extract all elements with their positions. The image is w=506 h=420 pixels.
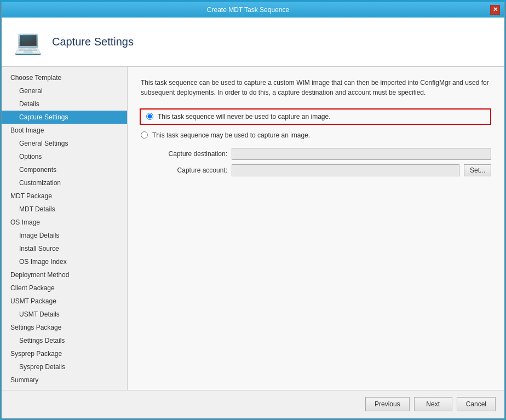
sidebar-item-summary[interactable]: Summary <box>2 373 127 387</box>
close-button[interactable]: ✕ <box>490 5 500 15</box>
sidebar-item-image-details[interactable]: Image Details <box>2 229 127 242</box>
capture-account-label: Capture account: <box>156 166 227 174</box>
radio-never-label: This task sequence will never be used to… <box>158 113 331 120</box>
sidebar-item-capture-settings[interactable]: Capture Settings <box>2 111 127 124</box>
capture-destination-row: Capture destination: <box>156 148 491 160</box>
sidebar-item-os-image-index[interactable]: OS Image Index <box>2 255 127 268</box>
previous-button[interactable]: Previous <box>365 397 410 411</box>
set-button[interactable]: Set... <box>464 164 491 176</box>
sidebar-item-sysprep-package[interactable]: Sysprep Package <box>2 347 127 360</box>
sidebar: Choose TemplateGeneralDetailsCapture Set… <box>2 67 128 390</box>
capture-fields: Capture destination: Capture account: Se… <box>141 148 491 176</box>
sidebar-item-choose-template[interactable]: Choose Template <box>2 71 127 84</box>
footer: Previous Next Cancel <box>2 390 504 418</box>
sidebar-item-settings-package[interactable]: Settings Package <box>2 321 127 334</box>
radio-option-may[interactable]: This task sequence may be used to captur… <box>141 131 491 139</box>
radio-never-input[interactable] <box>146 113 153 120</box>
sidebar-item-customization[interactable]: Customization <box>2 176 127 189</box>
sidebar-item-options[interactable]: Options <box>2 150 127 163</box>
capture-destination-label: Capture destination: <box>156 150 227 158</box>
sidebar-item-usmt-details[interactable]: USMT Details <box>2 308 127 321</box>
sidebar-item-boot-image[interactable]: Boot Image <box>2 124 127 137</box>
sidebar-item-general[interactable]: General <box>2 84 127 97</box>
main-window: Create MDT Task Sequence ✕ 💻 Capture Set… <box>1 2 505 419</box>
sidebar-item-client-package[interactable]: Client Package <box>2 281 127 295</box>
page-title: Capture Settings <box>52 36 134 48</box>
radio-may-input[interactable] <box>141 131 148 139</box>
content-area: Choose TemplateGeneralDetailsCapture Set… <box>2 67 504 390</box>
sidebar-item-settings-details[interactable]: Settings Details <box>2 334 127 347</box>
sidebar-item-mdt-package[interactable]: MDT Package <box>2 189 127 203</box>
main-panel: This task sequence can be used to captur… <box>128 67 504 390</box>
cancel-button[interactable]: Cancel <box>457 397 496 411</box>
sidebar-item-sysprep-details[interactable]: Sysprep Details <box>2 360 127 373</box>
description-text: This task sequence can be used to captur… <box>141 78 491 97</box>
sidebar-item-os-image[interactable]: OS Image <box>2 216 127 229</box>
sidebar-item-details[interactable]: Details <box>2 97 127 111</box>
sidebar-item-mdt-details[interactable]: MDT Details <box>2 203 127 216</box>
next-button[interactable]: Next <box>414 397 452 411</box>
page-header: 💻 Capture Settings <box>2 18 504 67</box>
radio-option-never[interactable]: This task sequence will never be used to… <box>140 108 491 125</box>
capture-account-row: Capture account: Set... <box>156 164 491 176</box>
sidebar-item-install-source[interactable]: Install Source <box>2 242 127 255</box>
sidebar-item-deployment-method[interactable]: Deployment Method <box>2 268 127 281</box>
capture-destination-input[interactable] <box>232 148 491 160</box>
radio-may-label: This task sequence may be used to captur… <box>152 131 310 139</box>
sidebar-item-usmt-package[interactable]: USMT Package <box>2 295 127 308</box>
capture-account-input[interactable] <box>232 164 459 176</box>
title-bar: Create MDT Task Sequence ✕ <box>2 2 504 18</box>
sidebar-item-components[interactable]: Components <box>2 163 127 176</box>
window-title: Create MDT Task Sequence <box>6 6 490 14</box>
header-icon: 💻 <box>13 26 43 57</box>
sidebar-item-general-settings[interactable]: General Settings <box>2 137 127 150</box>
